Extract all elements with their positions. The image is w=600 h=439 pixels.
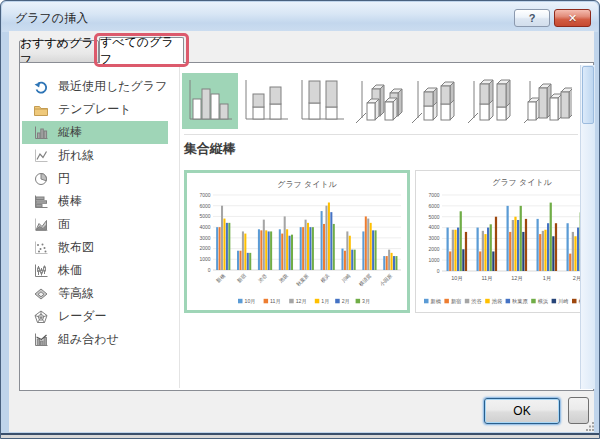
scrollbar[interactable] <box>580 65 595 389</box>
area-chart-icon <box>33 217 49 233</box>
svg-text:11月: 11月 <box>270 298 281 305</box>
svg-text:新橋: 新橋 <box>431 298 442 304</box>
svg-text:6000: 6000 <box>199 203 210 209</box>
100pct-stacked-column-icon <box>296 76 348 126</box>
subtype-100pct-stacked-column[interactable] <box>294 73 350 129</box>
sidebar-item-label: 折れ線 <box>58 147 94 164</box>
svg-text:横浜: 横浜 <box>319 272 331 284</box>
sidebar-item-recent[interactable]: 最近使用したグラフ <box>22 75 168 98</box>
svg-text:グラフ タイトル: グラフ タイトル <box>492 178 552 187</box>
help-button[interactable]: ? <box>514 9 550 27</box>
tab-label: すべてのグラフ <box>100 34 183 68</box>
svg-text:0: 0 <box>437 268 440 274</box>
subtype-stacked-column[interactable] <box>238 73 294 129</box>
clustered-column-chart: グラフ タイトル01000200030004000500060007000新橋新… <box>187 173 407 310</box>
tab-recommended-charts[interactable]: おすすめグラフ <box>19 40 99 63</box>
sidebar-item-label: 等高線 <box>58 285 94 302</box>
svg-text:4000: 4000 <box>199 224 210 230</box>
svg-text:1000: 1000 <box>199 256 210 262</box>
svg-text:渋谷: 渋谷 <box>471 298 481 305</box>
sidebar-item-column[interactable]: 縦棒 <box>22 121 168 144</box>
scatter-chart-icon <box>33 240 49 256</box>
insert-chart-dialog: グラフの挿入 ? ✕ おすすめグラフ すべてのグラフ 最近使用したグラフ テンプ… <box>0 0 600 439</box>
chart-type-sidebar: 最近使用したグラフ テンプレート 縦棒 折れ線 円 横棒 <box>22 75 178 351</box>
svg-text:2000: 2000 <box>199 245 210 251</box>
sidebar-item-templates[interactable]: テンプレート <box>22 98 168 121</box>
sidebar-item-combo[interactable]: 組み合わせ <box>22 328 168 351</box>
line-chart-icon <box>33 148 49 164</box>
svg-text:1月: 1月 <box>321 298 329 305</box>
svg-text:2000: 2000 <box>428 246 439 252</box>
sidebar-item-label: テンプレート <box>58 101 131 118</box>
svg-text:川崎: 川崎 <box>340 272 351 283</box>
stock-chart-icon <box>33 263 49 279</box>
clustered-column-icon <box>184 76 236 126</box>
svg-text:小田原: 小田原 <box>378 272 394 288</box>
svg-text:3000: 3000 <box>428 235 439 241</box>
svg-text:池袋: 池袋 <box>492 298 502 305</box>
resize-grip-icon[interactable] <box>586 422 595 431</box>
bar-chart-icon <box>33 194 49 210</box>
svg-text:4000: 4000 <box>428 224 439 230</box>
sidebar-item-scatter[interactable]: 散布図 <box>22 236 168 259</box>
tab-all-charts[interactable]: すべてのグラフ <box>99 37 184 63</box>
3d-stacked-column-icon <box>408 76 460 126</box>
close-icon: ✕ <box>568 12 577 25</box>
svg-text:渋谷: 渋谷 <box>257 272 269 284</box>
section-heading: 集合縦棒 <box>184 140 236 158</box>
sidebar-item-label: 円 <box>58 170 70 187</box>
sidebar-item-label: レーダー <box>58 308 107 325</box>
svg-text:12月: 12月 <box>296 298 307 305</box>
svg-text:1000: 1000 <box>428 257 439 263</box>
subtype-3d-clustered-column[interactable] <box>350 73 406 129</box>
recent-chart-icon <box>33 79 49 95</box>
question-icon: ? <box>529 12 536 24</box>
svg-text:横須賀: 横須賀 <box>358 272 373 287</box>
svg-text:1月: 1月 <box>543 275 552 282</box>
svg-text:2月: 2月 <box>342 298 350 305</box>
svg-text:新宿: 新宿 <box>236 272 247 283</box>
switched-column-chart: グラフ タイトル0100020003000400050006000700010月… <box>416 171 580 310</box>
column-chart-icon <box>33 125 49 141</box>
svg-text:新橋: 新橋 <box>215 272 226 283</box>
background-strip <box>1 435 599 438</box>
scrollbar-thumb[interactable] <box>582 66 594 124</box>
subtype-clustered-column[interactable] <box>182 73 238 129</box>
sidebar-item-stock[interactable]: 株価 <box>22 259 168 282</box>
svg-text:秋葉原: 秋葉原 <box>512 298 528 304</box>
sidebar-item-area[interactable]: 面 <box>22 213 168 236</box>
combo-chart-icon <box>33 332 49 348</box>
svg-text:川崎: 川崎 <box>558 298 569 304</box>
sidebar-item-label: 面 <box>58 216 70 233</box>
subtype-3d-100pct-stacked-column[interactable] <box>462 73 518 129</box>
svg-text:7000: 7000 <box>199 192 210 198</box>
3d-clustered-column-icon <box>352 76 404 126</box>
titlebar[interactable]: グラフの挿入 ? ✕ <box>2 2 598 32</box>
svg-text:3000: 3000 <box>199 235 210 241</box>
svg-text:秋葉原: 秋葉原 <box>295 272 311 288</box>
sidebar-item-pie[interactable]: 円 <box>22 167 168 190</box>
svg-text:5000: 5000 <box>428 214 439 220</box>
sidebar-item-surface[interactable]: 等高線 <box>22 282 168 305</box>
ok-button[interactable]: OK <box>484 398 560 424</box>
svg-text:池袋: 池袋 <box>278 272 290 284</box>
strip-divider <box>184 134 578 135</box>
chart-preview-clustered[interactable]: グラフ タイトル01000200030004000500060007000新橋新… <box>184 170 410 313</box>
svg-text:2月: 2月 <box>573 275 580 282</box>
3d-column-icon <box>520 76 572 126</box>
close-button[interactable]: ✕ <box>554 9 591 27</box>
3d-100pct-stacked-column-icon <box>464 76 516 126</box>
sidebar-item-bar[interactable]: 横棒 <box>22 190 168 213</box>
sidebar-item-label: 縦棒 <box>58 124 82 141</box>
chart-preview-switched[interactable]: グラフ タイトル0100020003000400050006000700010月… <box>415 170 580 313</box>
subtype-3d-stacked-column[interactable] <box>406 73 462 129</box>
sidebar-item-line[interactable]: 折れ線 <box>22 144 168 167</box>
cancel-button[interactable] <box>568 397 589 424</box>
sidebar-divider <box>179 65 180 388</box>
svg-text:横浜: 横浜 <box>538 298 548 305</box>
subtype-3d-column[interactable] <box>518 73 574 129</box>
svg-text:新宿: 新宿 <box>451 298 461 305</box>
svg-text:5000: 5000 <box>199 213 210 219</box>
sidebar-item-radar[interactable]: レーダー <box>22 305 168 328</box>
sidebar-item-label: 株価 <box>58 262 82 279</box>
